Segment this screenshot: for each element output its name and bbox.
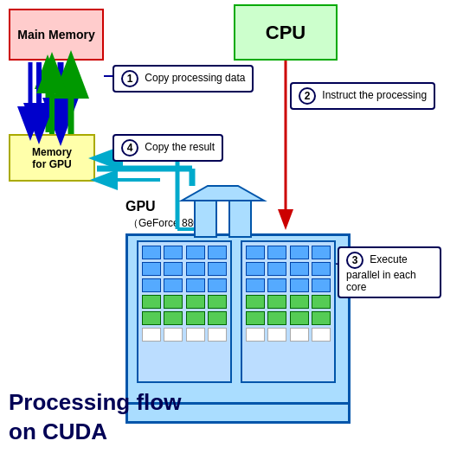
step3-number: 3	[346, 252, 363, 269]
gpu-label: GPU	[125, 199, 156, 214]
core-cell	[142, 246, 161, 259]
cpu-box: CPU	[234, 4, 338, 61]
callout-step1: 1 Copy processing data	[113, 65, 254, 93]
callout-step4: 4 Copy the result	[113, 134, 223, 162]
gpu-col-left	[137, 240, 232, 383]
core-cell	[246, 328, 265, 342]
memory-gpu-label: Memoryfor GPU	[32, 146, 72, 170]
callout-step3: 3 Execute parallel in each core	[338, 246, 441, 298]
core-cell	[164, 246, 183, 259]
step2-text: Instruct the processing	[322, 89, 427, 101]
core-cell	[290, 295, 309, 309]
processing-flow-line2: on CUDA	[9, 418, 181, 447]
core-cell	[267, 328, 286, 342]
core-cell	[142, 295, 161, 309]
core-cell	[267, 311, 286, 325]
core-cell	[164, 262, 183, 276]
core-cell	[290, 278, 309, 292]
memory-gpu-box: Memoryfor GPU	[9, 134, 95, 182]
core-cell	[208, 246, 227, 259]
gpu-sub-label: （GeForce 8800）	[128, 216, 215, 231]
step2-number: 2	[299, 87, 316, 105]
svg-rect-9	[229, 201, 251, 237]
core-cell	[142, 262, 161, 276]
core-cell	[246, 295, 265, 309]
core-cell	[164, 328, 183, 342]
core-cell	[312, 328, 331, 342]
core-cell	[312, 311, 331, 325]
core-cell	[267, 295, 286, 309]
step4-text: Copy the result	[145, 141, 215, 153]
main-memory-box: Main Memory	[9, 9, 104, 61]
core-cell	[208, 295, 227, 309]
core-cell	[186, 278, 205, 292]
svg-marker-10	[182, 186, 264, 201]
core-cell	[290, 246, 309, 259]
core-cell	[312, 246, 331, 259]
core-cell	[208, 311, 227, 325]
step1-number: 1	[121, 70, 138, 87]
core-cell	[142, 328, 161, 342]
core-cell	[290, 262, 309, 276]
core-cell	[186, 262, 205, 276]
step4-number: 4	[121, 139, 138, 157]
diagram-area: Main Memory CPU Memoryfor GPU GPU （GeFor…	[0, 0, 476, 460]
core-cell	[186, 295, 205, 309]
core-cell	[290, 311, 309, 325]
core-cell	[246, 246, 265, 259]
core-grid-right	[242, 242, 334, 345]
core-cell	[208, 328, 227, 342]
processing-flow-line1: Processing flow	[9, 388, 181, 418]
core-cell	[164, 311, 183, 325]
callout-step2: 2 Instruct the processing	[290, 82, 435, 110]
core-cell	[267, 246, 286, 259]
core-cell	[267, 278, 286, 292]
step1-text: Copy processing data	[145, 72, 245, 84]
processing-flow-text: Processing flow on CUDA	[9, 388, 181, 447]
core-cell	[186, 328, 205, 342]
core-grid-left	[138, 242, 230, 345]
core-cell	[142, 278, 161, 292]
core-cell	[312, 278, 331, 292]
core-cell	[186, 311, 205, 325]
gpu-col-right	[241, 240, 336, 383]
core-cell	[164, 295, 183, 309]
core-cell	[312, 295, 331, 309]
cpu-label: CPU	[266, 22, 306, 44]
core-cell	[312, 262, 331, 276]
main-memory-label: Main Memory	[17, 28, 94, 42]
core-cell	[290, 328, 309, 342]
core-cell	[246, 278, 265, 292]
core-cell	[164, 278, 183, 292]
core-cell	[246, 311, 265, 325]
core-cell	[142, 311, 161, 325]
core-cell	[246, 262, 265, 276]
core-cell	[208, 278, 227, 292]
core-cell	[186, 246, 205, 259]
core-cell	[267, 262, 286, 276]
core-cell	[208, 262, 227, 276]
